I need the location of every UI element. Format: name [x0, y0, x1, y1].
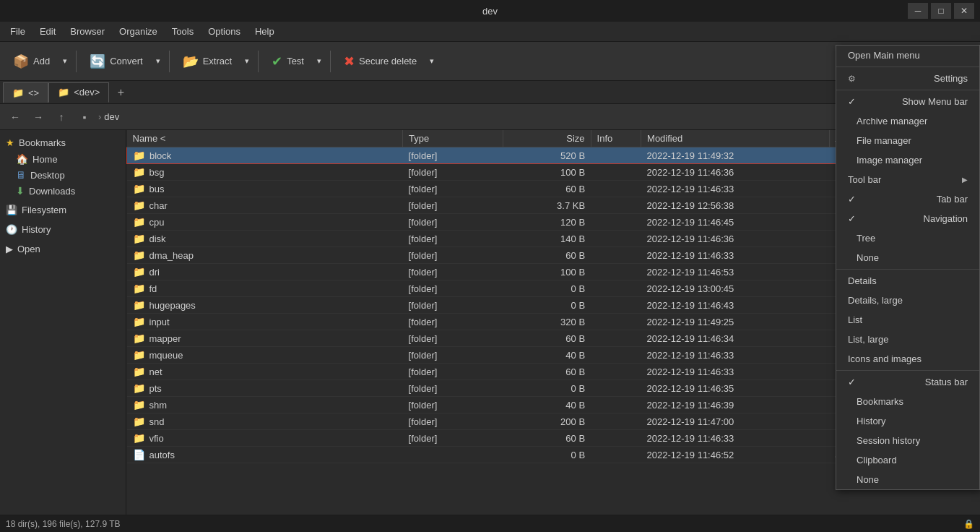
add-dropdown[interactable]: ▾: [60, 46, 70, 77]
dm-show-menu-bar[interactable]: ✓ Show Menu bar: [836, 92, 979, 111]
titlebar: dev ─ □ ✕: [0, 0, 980, 22]
menu-file[interactable]: File: [3, 23, 32, 40]
dm-none-2[interactable]: None: [836, 470, 979, 489]
cell-name: 📁 hugepages: [127, 297, 403, 314]
dm-settings[interactable]: ⚙ Settings: [836, 69, 979, 88]
test-dropdown[interactable]: ▾: [314, 46, 324, 77]
cell-size: 520 B: [503, 147, 591, 164]
sidebar-item-home[interactable]: 🏠 Home: [0, 151, 126, 167]
dm-tab-bar[interactable]: ✓ Tab bar: [836, 189, 979, 209]
toolbar-separator-1: [76, 51, 77, 72]
dm-tool-bar[interactable]: Tool bar: [836, 170, 979, 189]
cell-type: [folder]: [403, 197, 503, 214]
settings-icon: ⚙: [848, 74, 856, 84]
extract-dropdown[interactable]: ▾: [242, 46, 252, 77]
col-size[interactable]: Size: [503, 130, 591, 147]
close-button[interactable]: ✕: [954, 3, 974, 19]
cell-type: [folder]: [403, 280, 503, 297]
folder-icon: 📁: [133, 150, 145, 161]
test-button[interactable]: ✔ Test: [264, 46, 311, 77]
nav-back-button[interactable]: ←: [6, 108, 25, 126]
cell-info: [591, 430, 641, 447]
dm-archive-manager[interactable]: Archive manager: [836, 111, 979, 131]
folder-icon: 📁: [133, 200, 145, 211]
add-button[interactable]: 📦 Add: [6, 46, 57, 77]
dm-list-large[interactable]: List, large: [836, 330, 979, 349]
dm-sep-3: [836, 269, 979, 270]
cell-name: 📁 dma_heap: [127, 247, 403, 264]
cell-type: [folder]: [403, 164, 503, 181]
col-type[interactable]: Type: [403, 130, 503, 147]
cell-type: [folder]: [403, 247, 503, 264]
convert-dropdown[interactable]: ▾: [153, 46, 163, 77]
toolbar-separator-2: [169, 51, 170, 72]
cell-name: 📁 dri: [127, 264, 403, 280]
dm-none-1[interactable]: None: [836, 248, 979, 267]
nav-forward-button[interactable]: →: [29, 108, 48, 126]
sidebar-filesystem-header[interactable]: 💾 Filesystem: [0, 202, 126, 218]
dm-clipboard[interactable]: Clipboard: [836, 450, 979, 470]
tab-1[interactable]: 📁 <dev>: [48, 82, 109, 103]
cell-info: [591, 330, 641, 347]
dm-details[interactable]: Details: [836, 271, 979, 291]
cell-size: 0 B: [503, 380, 591, 397]
secure-delete-dropdown[interactable]: ▾: [427, 46, 437, 77]
sidebar-item-downloads[interactable]: ⬇ Downloads: [0, 183, 126, 199]
secure-delete-button[interactable]: ✖ Secure delete: [337, 46, 424, 77]
maximize-button[interactable]: □: [931, 3, 951, 19]
menu-edit[interactable]: Edit: [32, 23, 63, 40]
sidebar-open-header[interactable]: ▶ Open: [0, 241, 126, 257]
menu-browser[interactable]: Browser: [63, 23, 112, 40]
extract-button[interactable]: 📂 Extract: [175, 46, 239, 77]
status-text: 18 dir(s), 196 file(s), 127.9 TB: [6, 519, 121, 529]
cell-size: 60 B: [503, 330, 591, 347]
cell-info: [591, 364, 641, 380]
dm-tree[interactable]: Tree: [836, 228, 979, 248]
minimize-button[interactable]: ─: [908, 3, 928, 19]
test-icon: ✔: [272, 53, 282, 69]
cell-name: 📁 net: [127, 364, 403, 380]
dm-icons-and-images[interactable]: Icons and images: [836, 349, 979, 369]
cell-info: [591, 280, 641, 297]
dm-session-history[interactable]: Session history: [836, 431, 979, 450]
menu-tools[interactable]: Tools: [165, 23, 201, 40]
nav-view-toggle-button[interactable]: ▪: [75, 108, 94, 126]
cell-name: 📁 mqueue: [127, 347, 403, 364]
folder-icon: 📁: [133, 299, 145, 311]
sidebar-item-desktop[interactable]: 🖥 Desktop: [0, 167, 126, 183]
sidebar-bookmarks-header[interactable]: ★ Bookmarks: [0, 134, 126, 151]
menu-options[interactable]: Options: [201, 23, 248, 40]
sidebar-history-header[interactable]: 🕐 History: [0, 221, 126, 238]
menu-help[interactable]: Help: [248, 23, 282, 40]
home-icon: 🏠: [16, 153, 28, 165]
dm-file-manager[interactable]: File manager: [836, 131, 979, 150]
cell-size: 200 B: [503, 413, 591, 430]
tab-0[interactable]: 📁 <>: [3, 82, 48, 103]
menu-organize[interactable]: Organize: [112, 23, 165, 40]
downloads-icon: ⬇: [16, 185, 25, 197]
dm-list[interactable]: List: [836, 310, 979, 330]
window-controls: ─ □ ✕: [908, 3, 974, 19]
cell-name: 📁 vfio: [127, 430, 403, 447]
tab-add-button[interactable]: +: [112, 84, 129, 101]
folder-icon: 📁: [133, 233, 145, 244]
col-info[interactable]: Info: [591, 130, 641, 147]
dm-status-bar[interactable]: ✓ Status bar: [836, 372, 979, 392]
dm-image-manager[interactable]: Image manager: [836, 150, 979, 170]
cell-name: 📁 input: [127, 314, 403, 330]
dm-bookmarks[interactable]: Bookmarks: [836, 392, 979, 411]
cell-modified: 2022-12-19 11:47:00: [641, 413, 830, 430]
folder-icon: 📁: [133, 249, 145, 261]
dm-history[interactable]: History: [836, 411, 979, 431]
cell-name: 📁 bsg: [127, 164, 403, 181]
nav-chevron: ›: [98, 111, 101, 122]
dm-details-large[interactable]: Details, large: [836, 291, 979, 310]
col-modified[interactable]: Modified: [641, 130, 830, 147]
cell-type: [folder]: [403, 413, 503, 430]
nav-up-button[interactable]: ↑: [52, 108, 71, 126]
cell-modified: 2022-12-19 11:46:39: [641, 397, 830, 413]
convert-button[interactable]: 🔄 Convert: [82, 46, 150, 77]
col-name[interactable]: Name <: [127, 130, 403, 147]
dm-open-main-menu[interactable]: Open Main menu: [836, 46, 979, 65]
dm-navigation[interactable]: ✓ Navigation: [836, 209, 979, 228]
